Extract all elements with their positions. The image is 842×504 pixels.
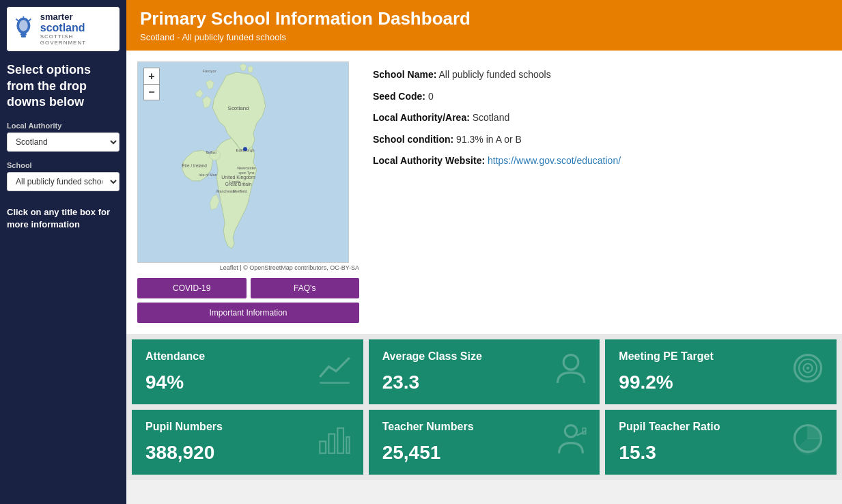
stat-card-average-class-size[interactable]: Average Class Size23.3: [369, 339, 600, 404]
svg-line-4: [29, 18, 31, 21]
authority-label: Local Authority/Area:: [373, 112, 470, 123]
svg-point-27: [806, 366, 809, 369]
content-area: + −: [126, 51, 842, 504]
faqs-button[interactable]: FAQ's: [251, 278, 360, 298]
stat-card-pupil-teacher-ratio[interactable]: Pupil Teacher Ratio15.3: [605, 410, 837, 475]
stat-icon-1: [553, 350, 589, 394]
zoom-in-button[interactable]: +: [143, 68, 160, 84]
page-header: Primary School Information Dashboard Sco…: [126, 0, 842, 51]
website-label: Local Authority Website:: [373, 155, 485, 166]
website-row: Local Authority Website: https://www.gov…: [373, 154, 817, 168]
map-buttons: COVID-19 FAQ's Important Information: [137, 278, 359, 323]
select-instructions: Select options from the drop downs below: [7, 62, 120, 110]
svg-text:Éire / Ireland: Éire / Ireland: [182, 163, 207, 168]
uk-map-svg: Scotland United Kingdom Great Britain Éi…: [138, 62, 348, 262]
stat-icon-5: [790, 421, 826, 464]
logo-icon: [12, 14, 35, 44]
svg-text:Belfast: Belfast: [206, 151, 217, 154]
stat-icon-4: [553, 421, 589, 464]
main-content: Primary School Information Dashboard Sco…: [126, 0, 842, 504]
svg-point-23: [563, 354, 578, 369]
important-info-button[interactable]: Important Information: [137, 303, 359, 323]
svg-text:Sheffield: Sheffield: [232, 189, 247, 193]
school-label: School: [7, 161, 120, 169]
svg-rect-31: [346, 436, 349, 453]
authority-row: Local Authority/Area: Scotland: [373, 111, 817, 125]
svg-text:Faroyor: Faroyor: [202, 69, 216, 73]
logo-scotland: scotland: [40, 22, 114, 34]
local-authority-label: Local Authority: [7, 122, 120, 130]
svg-text:Scotland: Scotland: [228, 105, 249, 111]
logo-area: smarter scotland SCOTTISH GOVERNMENT: [7, 7, 120, 51]
svg-rect-30: [337, 428, 343, 453]
map: + −: [137, 61, 349, 263]
svg-point-20: [243, 147, 247, 151]
stat-icon-3: [317, 421, 352, 464]
svg-text:Newcastle: Newcastle: [237, 166, 256, 170]
svg-rect-29: [328, 434, 335, 453]
svg-text:Leeds: Leeds: [229, 180, 240, 184]
website-link[interactable]: https://www.gov.scot/education/: [488, 155, 621, 166]
logo-text: smarter scotland SCOTTISH GOVERNMENT: [40, 12, 114, 46]
seed-code-label: Seed Code:: [373, 91, 425, 102]
svg-rect-1: [20, 33, 27, 36]
stat-card-teacher-numbers[interactable]: Teacher Numbers25,451: [369, 410, 600, 475]
seed-code-value: 0: [428, 91, 434, 102]
map-btn-row-1: COVID-19 FAQ's: [137, 278, 359, 298]
svg-text:upon Tyne: upon Tyne: [238, 171, 254, 175]
condition-row: School condition: 91.3% in A or B: [373, 133, 817, 147]
svg-line-3: [16, 18, 18, 21]
zoom-out-button[interactable]: −: [143, 84, 160, 100]
covid-button[interactable]: COVID-19: [137, 278, 247, 298]
map-container: + −: [137, 61, 359, 323]
logo-smarter: smarter: [40, 12, 114, 22]
stat-icon-2: [790, 350, 826, 394]
sidebar: smarter scotland SCOTTISH GOVERNMENT Sel…: [0, 0, 126, 504]
svg-point-32: [565, 425, 577, 436]
map-attribution: Leaflet | © OpenStreetMap contributors, …: [137, 264, 359, 271]
stat-card-pupil-numbers[interactable]: Pupil Numbers388,920: [132, 410, 363, 475]
condition-value: 91.3% in A or B: [456, 134, 522, 145]
page-title: Primary School Information Dashboard: [140, 8, 828, 29]
school-name-row: School Name: All publicly funded schools: [373, 68, 817, 82]
top-section: + −: [126, 51, 842, 334]
stat-icon-0: [317, 350, 352, 394]
school-dropdown-wrapper: School All publicly funded schools: [7, 161, 120, 191]
seed-code-row: Seed Code: 0: [373, 90, 817, 104]
stats-section: Attendance94%Average Class Size23.3Meeti…: [126, 334, 842, 480]
stat-card-attendance[interactable]: Attendance94%: [132, 339, 363, 404]
svg-rect-2: [21, 36, 26, 38]
svg-line-33: [577, 431, 586, 436]
condition-label: School condition:: [373, 134, 453, 145]
map-zoom-controls: + −: [143, 68, 160, 100]
header-subtitle: Scotland - All publicly funded schools: [140, 32, 828, 42]
authority-value: Scotland: [473, 112, 509, 123]
svg-text:Isle of Man: Isle of Man: [199, 173, 217, 177]
click-info: Click on any title box for more informat…: [7, 206, 120, 231]
local-authority-dropdown-wrapper: Local Authority Scotland Aberdeen City A…: [7, 122, 120, 152]
school-name-label: School Name:: [373, 69, 436, 80]
logo-gov: SCOTTISH GOVERNMENT: [40, 34, 114, 46]
school-name-value: All publicly funded schools: [438, 69, 550, 80]
svg-rect-28: [320, 441, 326, 453]
stat-card-meeting-pe-target[interactable]: Meeting PE Target99.2%: [605, 339, 837, 404]
school-select[interactable]: All publicly funded schools: [7, 172, 120, 191]
school-info: School Name: All publicly funded schools…: [359, 61, 831, 323]
local-authority-select[interactable]: Scotland Aberdeen City Aberdeenshire Ang…: [7, 132, 120, 152]
svg-point-6: [19, 20, 28, 31]
